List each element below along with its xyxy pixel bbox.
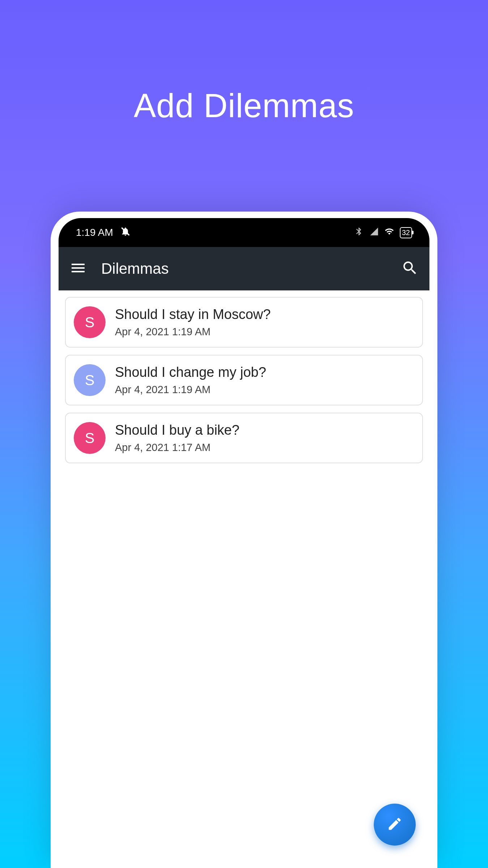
bell-off-icon: [120, 226, 130, 239]
page-title: Add Dilemmas: [134, 87, 354, 125]
menu-icon[interactable]: [69, 259, 87, 278]
dilemma-card[interactable]: S Should I stay in Moscow? Apr 4, 2021 1…: [65, 297, 423, 348]
status-left: 1:19 AM: [76, 226, 130, 239]
app-bar: Dilemmas: [59, 247, 429, 290]
search-icon[interactable]: [401, 259, 419, 278]
avatar-initial: S: [85, 314, 95, 331]
status-time: 1:19 AM: [76, 227, 113, 238]
avatar: S: [74, 422, 106, 454]
dilemma-date: Apr 4, 2021 1:17 AM: [115, 442, 239, 454]
dilemma-date: Apr 4, 2021 1:19 AM: [115, 326, 271, 338]
avatar: S: [74, 306, 106, 338]
bluetooth-icon: [354, 227, 364, 239]
dilemma-card[interactable]: S Should I buy a bike? Apr 4, 2021 1:17 …: [65, 413, 423, 463]
battery-level: 32: [402, 229, 410, 237]
card-text: Should I stay in Moscow? Apr 4, 2021 1:1…: [115, 307, 271, 338]
dilemma-card[interactable]: S Should I change my job? Apr 4, 2021 1:…: [65, 355, 423, 405]
pencil-icon: [387, 816, 403, 833]
card-text: Should I buy a bike? Apr 4, 2021 1:17 AM: [115, 422, 239, 454]
status-bar: 1:19 AM: [59, 218, 429, 247]
card-text: Should I change my job? Apr 4, 2021 1:19…: [115, 365, 266, 396]
fab-add-button[interactable]: [374, 804, 416, 846]
avatar-initial: S: [85, 372, 95, 388]
phone-frame: 1:19 AM: [51, 212, 437, 868]
wifi-icon: [385, 227, 394, 239]
status-right: 32: [354, 227, 412, 239]
dilemma-title: Should I change my job?: [115, 365, 266, 380]
signal-icon: [369, 227, 379, 239]
avatar-initial: S: [85, 430, 95, 446]
battery-indicator: 32: [400, 227, 412, 238]
content-area: S Should I stay in Moscow? Apr 4, 2021 1…: [59, 290, 429, 868]
dilemma-date: Apr 4, 2021 1:19 AM: [115, 384, 266, 396]
dilemma-title: Should I stay in Moscow?: [115, 307, 271, 322]
dilemma-title: Should I buy a bike?: [115, 422, 239, 438]
app-bar-title: Dilemmas: [101, 260, 387, 277]
phone-screen: 1:19 AM: [59, 218, 429, 868]
avatar: S: [74, 364, 106, 396]
